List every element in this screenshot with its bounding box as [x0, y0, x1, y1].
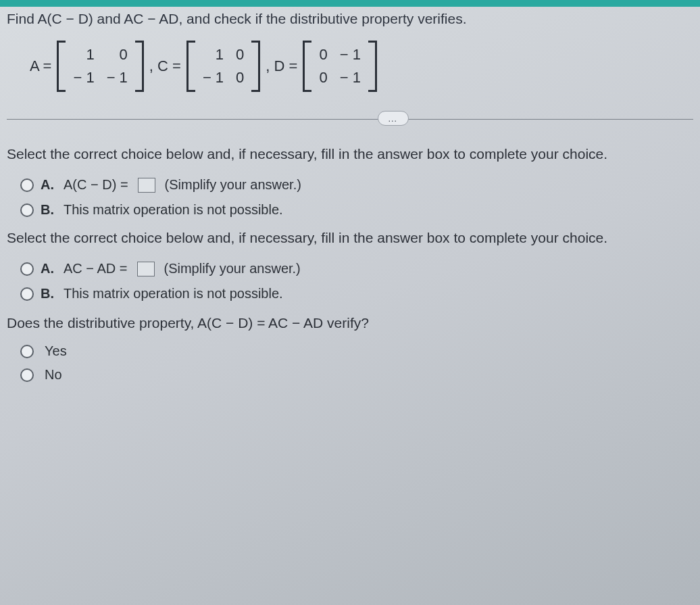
matrix-d-label: , D =	[266, 57, 297, 75]
radio-icon[interactable]	[20, 203, 34, 217]
matrix-a: 1 0 − 1 − 1	[57, 41, 143, 92]
radio-icon[interactable]	[20, 368, 34, 382]
matrix-d-cell: 0	[319, 46, 327, 64]
answer-input-box[interactable]	[138, 178, 155, 193]
matrix-a-cell: 1	[86, 46, 94, 64]
q1-choice-b[interactable]: B. This matrix operation is not possible…	[20, 202, 693, 218]
choice-hint: (Simplify your answer.)	[165, 177, 301, 193]
choice-letter: A.	[41, 177, 54, 193]
answer-input-box[interactable]	[137, 262, 155, 276]
matrix-a-cell: 0	[120, 46, 128, 64]
matrices-definition: A = 1 0 − 1 − 1 , C = 1 0 − 1 0 , D =	[30, 41, 693, 92]
verify-no[interactable]: No	[20, 367, 693, 383]
matrix-d-cell: − 1	[340, 69, 361, 87]
problem-statement: Find A(C − D) and AC − AD, and check if …	[7, 11, 693, 27]
choice-text: This matrix operation is not possible.	[64, 202, 283, 218]
matrix-c-cell: − 1	[203, 69, 224, 87]
matrix-a-label: A =	[30, 57, 51, 75]
radio-icon[interactable]	[20, 262, 34, 276]
radio-icon[interactable]	[20, 287, 34, 301]
instruction-2: Select the correct choice below and, if …	[7, 230, 693, 246]
matrix-c-cell: 1	[216, 46, 224, 64]
window-accent-bar	[0, 0, 700, 7]
no-label: No	[45, 367, 62, 383]
choice-letter: A.	[41, 261, 54, 276]
more-icon[interactable]: …	[378, 111, 409, 126]
q2-choice-a[interactable]: A. AC − AD = (Simplify your answer.)	[20, 261, 693, 276]
matrix-a-cell: − 1	[73, 69, 94, 87]
matrix-d: 0 − 1 0 − 1	[303, 41, 376, 92]
matrix-c-cell: 0	[236, 69, 244, 87]
radio-icon[interactable]	[20, 345, 34, 358]
matrix-a-cell: − 1	[107, 69, 128, 87]
choice-expression: AC − AD =	[64, 261, 128, 276]
choice-letter: B.	[41, 202, 54, 218]
matrix-c-label: , C =	[149, 57, 181, 75]
q1-choice-a[interactable]: A. A(C − D) = (Simplify your answer.)	[20, 177, 693, 193]
divider-line	[7, 119, 693, 120]
choice-hint: (Simplify your answer.)	[164, 261, 301, 276]
choice-letter: B.	[41, 286, 54, 301]
matrix-c: 1 0 − 1 0	[186, 41, 260, 92]
matrix-d-cell: − 1	[340, 46, 361, 64]
q2-choice-b[interactable]: B. This matrix operation is not possible…	[20, 286, 693, 301]
verify-yes[interactable]: Yes	[20, 343, 693, 359]
instruction-1: Select the correct choice below and, if …	[7, 146, 693, 162]
matrix-d-cell: 0	[319, 69, 327, 87]
radio-icon[interactable]	[20, 178, 34, 192]
choice-expression: A(C − D) =	[64, 177, 128, 193]
section-divider: …	[7, 111, 693, 127]
choice-text: This matrix operation is not possible.	[64, 286, 283, 301]
yes-label: Yes	[45, 343, 67, 359]
matrix-c-cell: 0	[236, 46, 244, 64]
verify-question: Does the distributive property, A(C − D)…	[7, 315, 693, 331]
question-body: Find A(C − D) and AC − AD, and check if …	[0, 0, 700, 397]
